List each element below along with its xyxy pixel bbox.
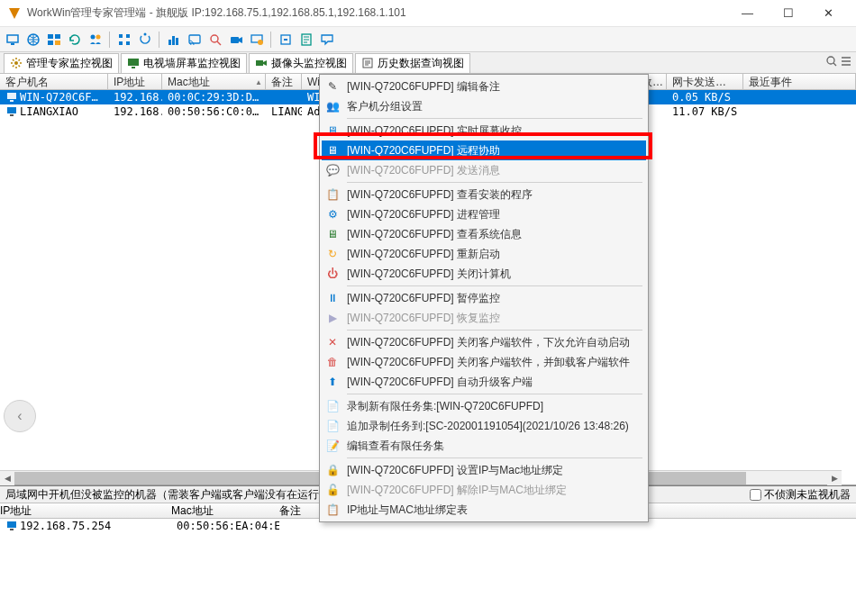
camera-icon (255, 57, 268, 69)
toolbar-icon-monitor[interactable] (4, 31, 21, 48)
scroll-right-button[interactable]: ▶ (827, 471, 842, 485)
col-ip[interactable]: IP地址 (108, 74, 162, 89)
menu-remote-assist[interactable]: 🖥[WIN-Q720C6FUPFD] 远程协助 (322, 140, 646, 160)
tab-label: 电视墙屏幕监控视图 (143, 56, 241, 71)
toolbar-icon-grid[interactable] (115, 31, 132, 48)
programs-icon: 📋 (325, 187, 340, 202)
list-icon[interactable] (840, 55, 852, 70)
close-button[interactable]: ✕ (808, 1, 849, 26)
tab-tvwall-view[interactable]: 电视墙屏幕监控视图 (121, 53, 247, 73)
toolbar-icon-chart[interactable] (165, 31, 182, 48)
toolbar-icon-cycle[interactable] (136, 31, 153, 48)
users-icon: 👥 (325, 99, 340, 113)
menu-edit-taskset[interactable]: 📝编辑查看有限任务集 (322, 436, 646, 456)
toolbar-icon-globe[interactable] (24, 31, 41, 48)
col-remark[interactable]: 备注 (266, 74, 302, 89)
window-title: WorkWin管理专家管理端 - 旗舰版 IP:192.168.75.1,192… (27, 5, 727, 21)
gear-icon (10, 57, 23, 69)
toolbar-separator (109, 32, 110, 48)
col-event[interactable]: 最近事件 (743, 74, 856, 89)
scroll-left-button[interactable]: ◀ (0, 471, 14, 485)
pc-icon (5, 91, 18, 104)
svg-rect-12 (126, 41, 130, 45)
svg-rect-26 (132, 67, 135, 68)
unlock-icon: 🔓 (325, 483, 340, 497)
svg-rect-33 (10, 114, 14, 116)
menu-realtime-screen[interactable]: 🖥[WIN-Q720C6FUPFD] 实时屏幕收控 (322, 121, 646, 140)
svg-rect-27 (256, 60, 263, 66)
tab-monitor-view[interactable]: 管理专家监控视图 (4, 53, 119, 73)
menu-close-client-allow[interactable]: ✕[WIN-Q720C6FUPFD] 关闭客户端软件，下次允许自动启动 (322, 332, 646, 352)
table-icon: 📋 (325, 503, 340, 517)
menu-resume-monitor[interactable]: ▶[WIN-Q720C6FUPFD] 恢复监控 (322, 308, 646, 328)
svg-rect-35 (10, 529, 14, 530)
toolbar-icon-display[interactable] (248, 31, 265, 48)
power-icon: ⏻ (325, 267, 340, 281)
svg-rect-9 (119, 34, 123, 38)
svg-rect-6 (55, 41, 60, 45)
lock-icon: 🔒 (325, 463, 340, 477)
bottom-col-mac[interactable]: Mac地址 (171, 503, 279, 518)
menu-auto-upgrade[interactable]: ⬆[WIN-Q720C6FUPFD] 自动升级客户端 (322, 372, 646, 392)
menu-restart[interactable]: ↻[WIN-Q720C6FUPFD] 重新启动 (322, 244, 646, 264)
restart-icon: ↻ (325, 247, 340, 261)
menu-process-mgmt[interactable]: ⚙[WIN-Q720C6FUPFD] 进程管理 (322, 204, 646, 224)
svg-point-7 (90, 34, 95, 39)
context-menu: ✎[WIN-Q720C6FUPFD] 编辑备注 👥客户机分组设置 🖥[WIN-Q… (319, 74, 649, 522)
toolbar-icon-search[interactable] (206, 31, 223, 48)
menu-record-new-taskset[interactable]: 📄录制新有限任务集:[WIN-Q720C6FUPFD] (322, 396, 646, 416)
history-icon (361, 57, 374, 69)
svg-rect-34 (7, 521, 16, 528)
nav-back-button[interactable]: ‹ (4, 400, 36, 432)
search-icon[interactable] (825, 55, 838, 70)
bottom-col-ip[interactable]: IP地址 (0, 503, 171, 518)
process-icon: ⚙ (325, 207, 340, 222)
svg-rect-32 (7, 107, 16, 113)
detect-checkbox-label: 不侦测未监视机器 (764, 487, 851, 503)
col-tx[interactable]: 网卡发送… (667, 74, 743, 89)
toolbar-icon-screens[interactable] (45, 31, 62, 48)
menu-close-client-uninstall[interactable]: 🗑[WIN-Q720C6FUPFD] 关闭客户端软件，并卸载客户端软件 (322, 352, 646, 372)
view-tabs: 管理专家监控视图 电视墙屏幕监控视图 摄像头监控视图 历史数据查询视图 (0, 52, 856, 74)
remote-icon: 🖥 (325, 143, 340, 158)
menu-installed-programs[interactable]: 📋[WIN-Q720C6FUPFD] 查看安装的程序 (322, 185, 646, 204)
menu-edit-remark[interactable]: ✎[WIN-Q720C6FUPFD] 编辑备注 (322, 77, 646, 96)
menu-group-settings[interactable]: 👥客户机分组设置 (322, 96, 646, 116)
sysinfo-icon: 🖥 (325, 227, 340, 241)
col-mac[interactable]: Mac地址▲ (162, 74, 266, 89)
menu-unbind-ip-mac[interactable]: 🔓[WIN-Q720C6FUPFD] 解除IP与MAC地址绑定 (322, 480, 646, 500)
menu-send-message[interactable]: 💬[WIN-Q720C6FUPFD] 发送消息 (322, 160, 646, 180)
menu-separator (347, 394, 642, 394)
close-icon: ✕ (325, 335, 340, 349)
main-grid-area: 客户机名 IP地址 Mac地址▲ 备注 Windows帐户 所属组 连接时间 状… (0, 74, 856, 485)
menu-append-record[interactable]: 📄追加录制任务到:[SC-202001191054](2021/10/26 13… (322, 416, 646, 436)
svg-rect-25 (128, 59, 139, 66)
message-icon: 💬 (325, 163, 340, 177)
maximize-button[interactable]: ☐ (768, 1, 808, 26)
toolbar-icon-chat[interactable] (318, 31, 335, 48)
menu-shutdown[interactable]: ⏻[WIN-Q720C6FUPFD] 关闭计算机 (322, 264, 646, 284)
svg-rect-10 (126, 34, 130, 38)
toolbar-icon-tool1[interactable] (277, 31, 294, 48)
upgrade-icon: ⬆ (325, 375, 340, 389)
toolbar-icon-cast[interactable] (186, 31, 203, 48)
uninstall-icon: 🗑 (325, 355, 340, 369)
minimize-button[interactable]: — (727, 1, 768, 26)
svg-rect-17 (189, 35, 200, 43)
svg-point-8 (96, 34, 100, 39)
toolbar-icon-tool2[interactable] (297, 31, 314, 48)
col-client-name[interactable]: 客户机名 (0, 74, 108, 89)
menu-sysinfo[interactable]: 🖥[WIN-Q720C6FUPFD] 查看系统信息 (322, 224, 646, 244)
tab-history-view[interactable]: 历史数据查询视图 (355, 53, 470, 73)
svg-rect-1 (11, 43, 14, 45)
tab-camera-view[interactable]: 摄像头监控视图 (249, 53, 353, 73)
menu-bind-ip-mac[interactable]: 🔒[WIN-Q720C6FUPFD] 设置IP与Mac地址绑定 (322, 460, 646, 480)
toolbar-icon-users[interactable] (87, 31, 104, 48)
detect-checkbox[interactable]: 不侦测未监视机器 (750, 487, 851, 503)
menu-ip-mac-table[interactable]: 📋IP地址与MAC地址绑定表 (322, 500, 646, 520)
toolbar-icon-refresh[interactable] (66, 31, 83, 48)
detect-checkbox-input[interactable] (750, 489, 761, 501)
svg-rect-0 (7, 35, 18, 42)
toolbar-icon-camera[interactable] (227, 31, 244, 48)
menu-pause-monitor[interactable]: ⏸[WIN-Q720C6FUPFD] 暂停监控 (322, 288, 646, 308)
